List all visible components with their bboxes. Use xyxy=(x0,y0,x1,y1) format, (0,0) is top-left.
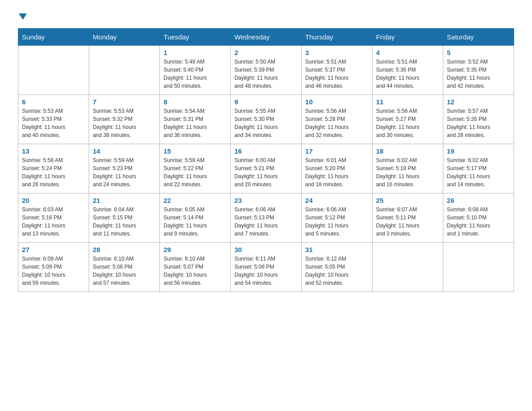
day-number: 29 xyxy=(163,246,227,253)
calendar-cell: 26Sunrise: 6:08 AMSunset: 5:10 PMDayligh… xyxy=(443,193,514,243)
day-info: Sunrise: 6:08 AMSunset: 5:10 PMDaylight:… xyxy=(447,206,510,238)
calendar-cell: 2Sunrise: 5:50 AMSunset: 5:39 PMDaylight… xyxy=(231,46,301,95)
calendar-cell: 25Sunrise: 6:07 AMSunset: 5:11 PMDayligh… xyxy=(372,193,443,243)
calendar-cell: 12Sunrise: 5:57 AMSunset: 5:26 PMDayligh… xyxy=(443,95,514,144)
day-number: 1 xyxy=(163,49,227,56)
weekday-header-friday: Friday xyxy=(372,29,443,46)
day-info: Sunrise: 6:04 AMSunset: 5:15 PMDaylight:… xyxy=(93,206,156,238)
calendar-cell: 15Sunrise: 5:59 AMSunset: 5:22 PMDayligh… xyxy=(160,144,231,193)
calendar-cell: 22Sunrise: 6:05 AMSunset: 5:14 PMDayligh… xyxy=(160,193,231,243)
day-number: 11 xyxy=(376,98,439,106)
logo-triangle-icon xyxy=(19,13,27,20)
day-number: 6 xyxy=(22,98,85,106)
day-info: Sunrise: 6:01 AMSunset: 5:20 PMDaylight:… xyxy=(305,156,369,188)
calendar-cell: 24Sunrise: 6:06 AMSunset: 5:12 PMDayligh… xyxy=(301,193,372,243)
day-number: 18 xyxy=(376,147,439,155)
calendar-cell: 14Sunrise: 5:59 AMSunset: 5:23 PMDayligh… xyxy=(89,144,160,193)
calendar-cell: 1Sunrise: 5:49 AMSunset: 5:40 PMDaylight… xyxy=(160,46,231,95)
day-number: 9 xyxy=(234,98,297,106)
day-info: Sunrise: 5:49 AMSunset: 5:40 PMDaylight:… xyxy=(163,58,227,90)
day-number: 25 xyxy=(376,197,439,204)
day-number: 27 xyxy=(22,246,85,253)
weekday-header-sunday: Sunday xyxy=(18,29,89,46)
day-info: Sunrise: 5:50 AMSunset: 5:39 PMDaylight:… xyxy=(234,58,297,90)
day-number: 5 xyxy=(447,49,510,56)
day-info: Sunrise: 5:59 AMSunset: 5:22 PMDaylight:… xyxy=(163,156,227,188)
day-number: 31 xyxy=(305,246,369,253)
day-info: Sunrise: 5:56 AMSunset: 5:27 PMDaylight:… xyxy=(376,107,439,139)
week-row-5: 27Sunrise: 6:09 AMSunset: 5:09 PMDayligh… xyxy=(18,243,514,292)
day-number: 23 xyxy=(234,197,297,204)
day-info: Sunrise: 5:58 AMSunset: 5:24 PMDaylight:… xyxy=(22,156,85,188)
day-info: Sunrise: 5:51 AMSunset: 5:36 PMDaylight:… xyxy=(376,58,439,90)
day-info: Sunrise: 6:00 AMSunset: 5:21 PMDaylight:… xyxy=(234,156,297,188)
day-number: 17 xyxy=(305,147,369,155)
day-number: 8 xyxy=(163,98,227,106)
day-info: Sunrise: 6:07 AMSunset: 5:11 PMDaylight:… xyxy=(376,206,439,238)
day-info: Sunrise: 6:02 AMSunset: 5:17 PMDaylight:… xyxy=(447,156,510,188)
day-number: 7 xyxy=(93,98,156,106)
weekday-header-thursday: Thursday xyxy=(301,29,372,46)
calendar-cell xyxy=(372,243,443,292)
calendar-cell xyxy=(89,46,160,95)
day-number: 12 xyxy=(447,98,510,106)
page-header xyxy=(18,13,514,21)
calendar-cell: 8Sunrise: 5:54 AMSunset: 5:31 PMDaylight… xyxy=(160,95,231,144)
calendar-cell xyxy=(18,46,89,95)
day-info: Sunrise: 5:55 AMSunset: 5:30 PMDaylight:… xyxy=(234,107,297,139)
weekday-header-wednesday: Wednesday xyxy=(231,29,301,46)
day-info: Sunrise: 6:06 AMSunset: 5:12 PMDaylight:… xyxy=(305,206,369,238)
calendar-cell: 16Sunrise: 6:00 AMSunset: 5:21 PMDayligh… xyxy=(231,144,301,193)
calendar-cell: 28Sunrise: 6:10 AMSunset: 5:08 PMDayligh… xyxy=(89,243,160,292)
day-info: Sunrise: 6:12 AMSunset: 5:05 PMDaylight:… xyxy=(305,255,369,287)
day-info: Sunrise: 5:53 AMSunset: 5:33 PMDaylight:… xyxy=(22,107,85,139)
weekday-header-monday: Monday xyxy=(89,29,160,46)
day-info: Sunrise: 5:56 AMSunset: 5:28 PMDaylight:… xyxy=(305,107,369,139)
day-number: 15 xyxy=(163,147,227,155)
calendar-cell: 4Sunrise: 5:51 AMSunset: 5:36 PMDaylight… xyxy=(372,46,443,95)
weekday-header-row: SundayMondayTuesdayWednesdayThursdayFrid… xyxy=(18,29,514,46)
day-number: 28 xyxy=(93,246,156,253)
weekday-header-saturday: Saturday xyxy=(443,29,514,46)
calendar-cell: 10Sunrise: 5:56 AMSunset: 5:28 PMDayligh… xyxy=(301,95,372,144)
calendar-cell: 5Sunrise: 5:52 AMSunset: 5:35 PMDaylight… xyxy=(443,46,514,95)
week-row-3: 13Sunrise: 5:58 AMSunset: 5:24 PMDayligh… xyxy=(18,144,514,193)
day-number: 14 xyxy=(93,147,156,155)
day-info: Sunrise: 5:59 AMSunset: 5:23 PMDaylight:… xyxy=(93,156,156,188)
day-number: 26 xyxy=(447,197,510,204)
calendar-cell: 13Sunrise: 5:58 AMSunset: 5:24 PMDayligh… xyxy=(18,144,89,193)
day-info: Sunrise: 5:57 AMSunset: 5:26 PMDaylight:… xyxy=(447,107,510,139)
day-number: 3 xyxy=(305,49,369,56)
day-info: Sunrise: 6:05 AMSunset: 5:14 PMDaylight:… xyxy=(163,206,227,238)
calendar-cell: 23Sunrise: 6:06 AMSunset: 5:13 PMDayligh… xyxy=(231,193,301,243)
day-info: Sunrise: 5:53 AMSunset: 5:32 PMDaylight:… xyxy=(93,107,156,139)
calendar-cell: 31Sunrise: 6:12 AMSunset: 5:05 PMDayligh… xyxy=(301,243,372,292)
calendar-cell: 11Sunrise: 5:56 AMSunset: 5:27 PMDayligh… xyxy=(372,95,443,144)
weekday-header-tuesday: Tuesday xyxy=(160,29,231,46)
calendar-cell: 9Sunrise: 5:55 AMSunset: 5:30 PMDaylight… xyxy=(231,95,301,144)
day-number: 4 xyxy=(376,49,439,56)
day-number: 22 xyxy=(163,197,227,204)
day-info: Sunrise: 6:02 AMSunset: 5:18 PMDaylight:… xyxy=(376,156,439,188)
day-number: 16 xyxy=(234,147,297,155)
day-number: 2 xyxy=(234,49,297,56)
day-info: Sunrise: 6:06 AMSunset: 5:13 PMDaylight:… xyxy=(234,206,297,238)
week-row-4: 20Sunrise: 6:03 AMSunset: 5:16 PMDayligh… xyxy=(18,193,514,243)
day-info: Sunrise: 6:10 AMSunset: 5:08 PMDaylight:… xyxy=(93,255,156,287)
calendar-cell: 21Sunrise: 6:04 AMSunset: 5:15 PMDayligh… xyxy=(89,193,160,243)
calendar-table: SundayMondayTuesdayWednesdayThursdayFrid… xyxy=(18,28,514,292)
day-number: 13 xyxy=(22,147,85,155)
day-number: 30 xyxy=(234,246,297,253)
calendar-cell: 27Sunrise: 6:09 AMSunset: 5:09 PMDayligh… xyxy=(18,243,89,292)
day-number: 10 xyxy=(305,98,369,106)
calendar-cell: 6Sunrise: 5:53 AMSunset: 5:33 PMDaylight… xyxy=(18,95,89,144)
day-info: Sunrise: 5:54 AMSunset: 5:31 PMDaylight:… xyxy=(163,107,227,139)
calendar-cell: 30Sunrise: 6:11 AMSunset: 5:06 PMDayligh… xyxy=(231,243,301,292)
day-number: 20 xyxy=(22,197,85,204)
day-info: Sunrise: 5:52 AMSunset: 5:35 PMDaylight:… xyxy=(447,58,510,90)
calendar-cell: 20Sunrise: 6:03 AMSunset: 5:16 PMDayligh… xyxy=(18,193,89,243)
day-number: 21 xyxy=(93,197,156,204)
day-info: Sunrise: 6:10 AMSunset: 5:07 PMDaylight:… xyxy=(163,255,227,287)
day-info: Sunrise: 5:51 AMSunset: 5:37 PMDaylight:… xyxy=(305,58,369,90)
week-row-2: 6Sunrise: 5:53 AMSunset: 5:33 PMDaylight… xyxy=(18,95,514,144)
